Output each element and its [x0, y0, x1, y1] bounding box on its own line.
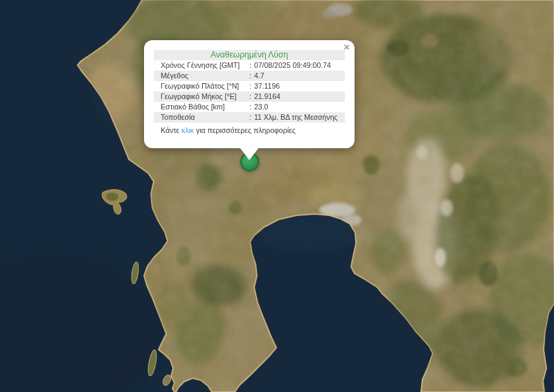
row-colon: :	[249, 71, 251, 81]
row-magnitude: Μέγεθος:4.7	[154, 71, 345, 81]
row-value: 11 Χλμ. ΒΔ της Μεσσήνης	[254, 112, 338, 123]
row-label: Εστιακό Βάθος [km]	[161, 102, 249, 112]
row-colon: :	[249, 112, 251, 123]
row-depth: Εστιακό Βάθος [km]:23.0	[154, 102, 345, 112]
map-viewport: × Αναθεωρημένη Λύση Χρόνος Γέννησης [GMT…	[0, 0, 554, 392]
island-vegetation	[106, 193, 118, 201]
popup-content: Αναθεωρημένη Λύση Χρόνος Γέννησης [GMT]:…	[144, 40, 355, 143]
row-origin-time: Χρόνος Γέννησης [GMT]:07/08/2025 09:49:0…	[154, 60, 345, 71]
popup-title: Αναθεωρημένη Λύση	[154, 50, 345, 60]
earthquake-info-popup: × Αναθεωρημένη Λύση Χρόνος Γέννησης [GMT…	[144, 40, 355, 148]
row-longitude: Γεωγραφικό Μήκος [°E]:21.9164	[154, 91, 345, 102]
footer-prefix: Κάντε	[161, 126, 179, 134]
close-icon[interactable]: ×	[343, 42, 350, 52]
row-colon: :	[249, 60, 251, 71]
popup-tail	[240, 148, 259, 160]
popup-footer: Κάντε κλικ για περισσότερες πληροφορίες	[154, 125, 345, 136]
row-label: Τοποθεσία	[161, 112, 249, 123]
row-value: 4.7	[254, 71, 265, 81]
footer-suffix: για περισσότερες πληροφορίες	[196, 126, 296, 134]
row-colon: :	[249, 81, 251, 91]
more-info-link[interactable]: κλικ	[181, 126, 194, 134]
row-colon: :	[249, 102, 251, 112]
row-colon: :	[249, 91, 251, 102]
row-value: 37.1196	[254, 81, 280, 91]
row-value: 23.0	[254, 102, 268, 112]
row-latitude: Γεωγραφικό Πλάτος [°N]:37.1196	[154, 81, 345, 91]
row-value: 21.9164	[254, 91, 280, 102]
row-label: Χρόνος Γέννησης [GMT]	[161, 60, 249, 71]
row-value: 07/08/2025 09:49:00.74	[254, 60, 331, 71]
popup-rows: Χρόνος Γέννησης [GMT]:07/08/2025 09:49:0…	[154, 60, 345, 123]
row-label: Γεωγραφικό Πλάτος [°N]	[161, 81, 249, 91]
row-label: Μέγεθος	[161, 71, 249, 81]
row-location: Τοποθεσία:11 Χλμ. ΒΔ της Μεσσήνης	[154, 112, 345, 123]
row-label: Γεωγραφικό Μήκος [°E]	[161, 91, 249, 102]
